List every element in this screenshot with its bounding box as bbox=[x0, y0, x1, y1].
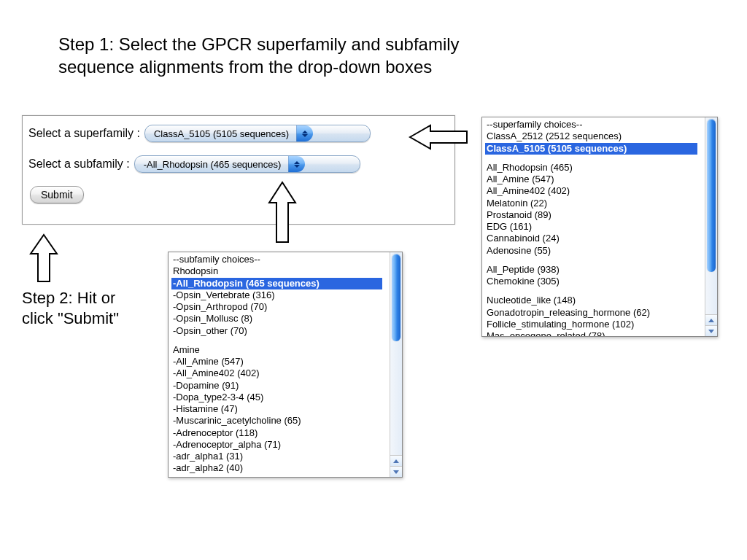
updown-icon bbox=[296, 125, 313, 141]
superfamily-select-value: ClassA_5105 (5105 sequences) bbox=[154, 128, 296, 139]
list-item[interactable]: All_Amine402 (402) bbox=[485, 185, 697, 197]
list-item[interactable]: All_Peptide (938) bbox=[485, 264, 697, 276]
superfamily-options-panel: --superfamily choices--ClassA_2512 (2512… bbox=[481, 117, 718, 337]
step1-heading: Step 1: Select the GPCR superfamily and … bbox=[58, 33, 496, 78]
list-item[interactable]: Adenosine (55) bbox=[485, 245, 697, 257]
subfamily-label: Select a subfamily : bbox=[28, 158, 130, 171]
list-item[interactable]: All_Rhodopsin (465) bbox=[485, 162, 697, 174]
list-spacer bbox=[171, 337, 382, 344]
list-item[interactable]: -All_Amine402 (402) bbox=[171, 368, 382, 379]
scrollbar[interactable] bbox=[705, 117, 717, 336]
svg-marker-2 bbox=[31, 235, 57, 281]
submit-button-label: Submit bbox=[41, 189, 73, 201]
subfamily-select-value: -All_Rhodopsin (465 sequences) bbox=[144, 159, 289, 170]
subfamily-select[interactable]: -All_Rhodopsin (465 sequences) bbox=[134, 155, 360, 173]
list-item[interactable]: -Histamine (47) bbox=[171, 403, 382, 415]
list-item[interactable]: Mas_oncogene_related (78) bbox=[485, 330, 697, 336]
step2-heading: Step 2: Hit or click "Submit" bbox=[22, 288, 146, 328]
list-item[interactable]: -All_Rhodopsin (465 sequences) bbox=[171, 278, 382, 289]
subfamily-row: Select a subfamily : -All_Rhodopsin (465… bbox=[28, 155, 454, 173]
list-item[interactable]: -Opsin_Mollusc (8) bbox=[171, 313, 382, 324]
list-item[interactable]: -Opsin_other (70) bbox=[171, 325, 382, 337]
superfamily-row: Select a superfamily : ClassA_5105 (5105… bbox=[28, 125, 454, 142]
list-item[interactable]: Follicle_stimulating_hormone (102) bbox=[485, 319, 697, 330]
list-item[interactable]: Nucleotide_like (148) bbox=[485, 295, 697, 306]
scroll-up-icon[interactable] bbox=[390, 455, 402, 466]
scroll-thumb[interactable] bbox=[392, 254, 400, 341]
list-item[interactable]: -Opsin_Arthropod (70) bbox=[171, 301, 382, 313]
list-item[interactable]: Amine bbox=[171, 344, 382, 356]
list-item[interactable]: ClassA_5105 (5105 sequences) bbox=[485, 143, 697, 155]
list-item[interactable]: Cannabinoid (24) bbox=[485, 233, 697, 244]
list-header: --subfamily choices-- bbox=[171, 254, 382, 265]
list-spacer bbox=[485, 257, 697, 264]
arrow-icon bbox=[28, 233, 60, 283]
list-item[interactable]: -Opsin_Vertebrate (316) bbox=[171, 289, 382, 301]
list-item[interactable]: Prostanoid (89) bbox=[485, 209, 697, 221]
list-item[interactable]: ClassA_2512 (2512 sequences) bbox=[485, 131, 697, 142]
scroll-thumb[interactable] bbox=[707, 119, 716, 272]
list-spacer bbox=[485, 287, 697, 295]
scrollbar[interactable] bbox=[390, 252, 402, 477]
submit-button[interactable]: Submit bbox=[30, 186, 84, 203]
subfamily-options-panel: --subfamily choices--Rhodopsin-All_Rhodo… bbox=[168, 252, 403, 478]
list-item[interactable]: -Muscarinic_acetylcholine (65) bbox=[171, 415, 382, 427]
list-item[interactable]: -Adrenoceptor_beta (47) bbox=[171, 475, 382, 478]
list-item[interactable]: Gonadotropin_releasing_hormone (62) bbox=[485, 307, 697, 319]
selection-form: Select a superfamily : ClassA_5105 (5105… bbox=[22, 115, 455, 225]
list-item[interactable]: -Adrenoceptor_alpha (71) bbox=[171, 439, 382, 451]
superfamily-label: Select a superfamily : bbox=[28, 127, 140, 140]
list-item[interactable]: EDG (161) bbox=[485, 221, 697, 233]
scroll-up-icon[interactable] bbox=[705, 314, 717, 325]
list-item[interactable]: -Dopa_type2-3-4 (45) bbox=[171, 392, 382, 403]
list-item[interactable]: -adr_alpha1 (31) bbox=[171, 451, 382, 462]
list-header: --superfamily choices-- bbox=[485, 119, 697, 131]
list-spacer bbox=[485, 155, 697, 162]
list-item[interactable]: -All_Amine (547) bbox=[171, 356, 382, 368]
list-item[interactable]: -adr_alpha2 (40) bbox=[171, 462, 382, 474]
scroll-down-icon[interactable] bbox=[705, 325, 717, 336]
list-item[interactable]: -Adrenoceptor (118) bbox=[171, 427, 382, 439]
list-item[interactable]: -Dopamine (91) bbox=[171, 380, 382, 392]
list-item[interactable]: Rhodopsin bbox=[171, 265, 382, 277]
superfamily-select[interactable]: ClassA_5105 (5105 sequences) bbox=[144, 125, 371, 142]
list-item[interactable]: Melatonin (22) bbox=[485, 198, 697, 209]
scroll-down-icon[interactable] bbox=[390, 466, 402, 477]
updown-icon bbox=[288, 156, 305, 172]
list-item[interactable]: Chemokine (305) bbox=[485, 276, 697, 287]
list-item[interactable]: All_Amine (547) bbox=[485, 174, 697, 185]
